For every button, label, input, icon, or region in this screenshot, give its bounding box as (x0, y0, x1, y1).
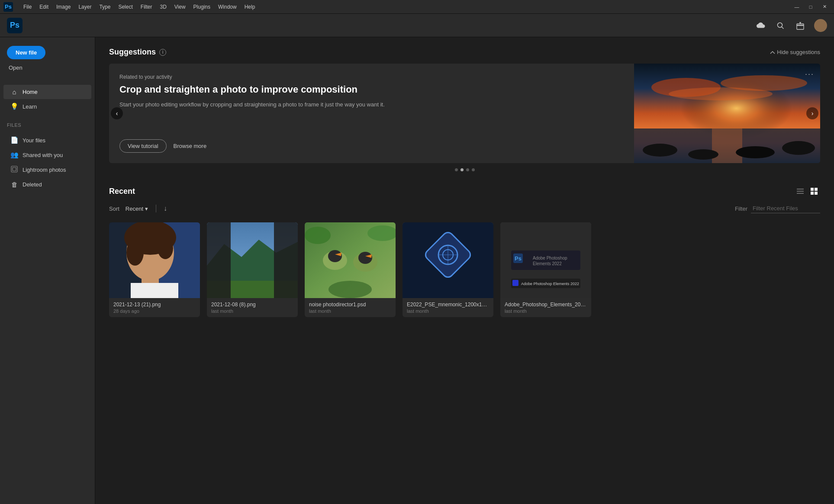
file-thumbnail (403, 222, 493, 298)
dot-1[interactable] (455, 168, 458, 171)
menu-image[interactable]: Image (53, 2, 74, 12)
minimize-button[interactable]: — (791, 3, 803, 11)
files-section-label: FILES (0, 117, 95, 129)
menu-help[interactable]: Help (241, 2, 259, 12)
sidebar-files-nav: 📄 Your files 👥 Shared with you Lightroom… (0, 129, 95, 195)
maximize-button[interactable]: □ (805, 3, 817, 11)
svg-rect-24 (811, 192, 814, 195)
svg-point-50 (328, 281, 372, 298)
carousel-next-button[interactable]: › (806, 107, 818, 119)
sidebar-item-your-files[interactable]: 📄 Your files (3, 133, 91, 148)
list-item[interactable]: noise photodirector1.psd last month (305, 222, 396, 317)
file-info: E2022_PSE_mnemonic_1200x1170px.svg last … (403, 298, 493, 317)
menu-view[interactable]: View (171, 2, 189, 12)
sidebar-home-label: Home (23, 89, 38, 95)
appbar-right (754, 19, 827, 32)
menu-plugins[interactable]: Plugins (190, 2, 214, 12)
filter-label: Filter (735, 205, 747, 212)
list-item[interactable]: 2021-12-08 (8).png last month (207, 222, 298, 317)
sidebar-item-lightroom[interactable]: Lightroom photos (3, 162, 91, 177)
suggestion-actions: View tutorial Browse more (119, 139, 624, 153)
lightroom-icon (10, 166, 18, 174)
file-info: Adobe_Photoshop_Elements_2022_lockup_hor… (500, 298, 591, 317)
content-area: Suggestions i Hide suggestions Related t… (95, 37, 834, 504)
avatar[interactable] (814, 19, 827, 32)
list-item[interactable]: Ps Adobe Photoshop Elements 2022 Adobe P… (500, 222, 591, 317)
close-button[interactable]: ✕ (818, 3, 831, 11)
dot-3[interactable] (466, 168, 469, 171)
svg-point-15 (643, 144, 677, 157)
file-name: E2022_PSE_mnemonic_1200x1170px.svg (407, 302, 489, 308)
deleted-label: Deleted (23, 181, 42, 188)
recent-section: Recent Sort Recent ▾ ↓ (109, 185, 820, 317)
sort-value: Recent (126, 205, 143, 212)
file-date: last month (211, 308, 293, 314)
svg-rect-6 (11, 166, 17, 172)
shared-label: Shared with you (23, 152, 63, 158)
svg-rect-3 (797, 24, 804, 26)
menu-select[interactable]: Select (115, 2, 136, 12)
svg-point-46 (358, 252, 372, 264)
search-icon[interactable] (774, 19, 786, 32)
menu-layer[interactable]: Layer (75, 2, 95, 12)
svg-rect-7 (13, 167, 16, 171)
menu-window[interactable]: Window (215, 2, 240, 12)
titlebar: Ps File Edit Image Layer Type Select Fil… (0, 0, 834, 14)
svg-text:Adobe Photoshop: Adobe Photoshop (533, 256, 567, 260)
dot-4[interactable] (472, 168, 475, 171)
sidebar-nav: ⌂ Home 💡 Learn (0, 81, 95, 117)
svg-text:Elements 2022: Elements 2022 (533, 261, 562, 266)
file-thumbnail (305, 222, 396, 298)
sidebar: New file Open ⌂ Home 💡 Learn FILES 📄 You… (0, 37, 95, 504)
suggestion-card: Related to your activity Crop and straig… (109, 64, 820, 163)
list-view-button[interactable] (794, 185, 806, 197)
file-name: Adobe_Photoshop_Elements_2022_lockup_hor… (505, 302, 587, 308)
list-item[interactable]: E2022_PSE_mnemonic_1200x1170px.svg last … (403, 222, 493, 317)
sidebar-item-home[interactable]: ⌂ Home (3, 85, 91, 99)
more-options-button[interactable]: ··· (805, 70, 814, 79)
svg-point-48 (305, 227, 331, 244)
carousel-prev-button[interactable]: ‹ (111, 107, 123, 119)
file-thumbnail (109, 222, 200, 298)
menu-file[interactable]: File (20, 2, 35, 12)
list-item[interactable]: 2021-12-13 (21).png 28 days ago (109, 222, 200, 317)
menu-edit[interactable]: Edit (36, 2, 52, 12)
suggestion-desc: Start your photo editing workflow by cro… (119, 100, 624, 109)
suggestion-image-bg (634, 64, 820, 163)
svg-point-43 (328, 250, 342, 262)
chevron-down-icon: ▾ (145, 205, 148, 212)
new-file-button[interactable]: New file (7, 46, 45, 59)
ps-app-icon: Ps (3, 2, 13, 12)
view-toggle (794, 185, 820, 197)
file-date: last month (407, 308, 489, 314)
sort-dropdown[interactable]: Recent ▾ (123, 204, 151, 213)
svg-text:Adobe Photoshop Elements 2022: Adobe Photoshop Elements 2022 (521, 282, 579, 286)
sidebar-item-deleted[interactable]: 🗑 Deleted (3, 177, 91, 192)
browse-more-link[interactable]: Browse more (174, 143, 207, 149)
dot-2[interactable] (460, 168, 464, 171)
info-icon[interactable]: i (159, 49, 166, 56)
svg-rect-25 (815, 192, 818, 195)
sort-divider (156, 205, 156, 212)
menu-3d[interactable]: 3D (156, 2, 170, 12)
view-tutorial-button[interactable]: View tutorial (119, 139, 167, 153)
file-info: 2021-12-13 (21).png 28 days ago (109, 298, 200, 317)
carousel-dots (109, 168, 820, 171)
hide-suggestions-button[interactable]: Hide suggestions (770, 49, 820, 55)
sidebar-item-shared[interactable]: 👥 Shared with you (3, 148, 91, 162)
file-info: 2021-12-08 (8).png last month (207, 298, 298, 317)
menu-type[interactable]: Type (96, 2, 114, 12)
sort-order-button[interactable]: ↓ (161, 203, 169, 214)
svg-point-32 (126, 240, 144, 266)
svg-point-4 (819, 22, 822, 26)
open-link[interactable]: Open (7, 63, 88, 73)
filter-input[interactable] (751, 204, 820, 213)
sidebar-item-learn[interactable]: 💡 Learn (3, 99, 91, 114)
svg-point-17 (736, 146, 775, 158)
titlebar-right: — □ ✕ (791, 3, 831, 11)
home-icon: ⌂ (10, 88, 18, 96)
cloud-icon[interactable] (754, 19, 766, 32)
gifts-icon[interactable] (794, 19, 806, 32)
menu-filter[interactable]: Filter (137, 2, 156, 12)
grid-view-button[interactable] (808, 185, 820, 197)
